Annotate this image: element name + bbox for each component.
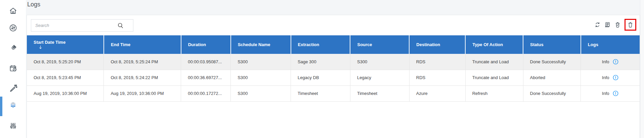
clear-logs-button[interactable]	[614, 21, 621, 28]
column-label: Schedule Name	[238, 42, 270, 47]
page-title: Logs	[27, 1, 40, 8]
info-link[interactable]: Info	[602, 90, 619, 97]
sidebar-item-settings[interactable]	[0, 118, 26, 134]
logs-table: Start Date Time End Time Duration Schedu…	[27, 35, 640, 102]
column-label: Destination	[416, 42, 440, 47]
cell-start-date-time: Aug 19, 2019, 10:36:00 PM	[27, 85, 104, 101]
clear-logs-icon	[614, 21, 621, 28]
cell-destination: Azure	[409, 85, 465, 101]
sort-desc-icon[interactable]	[38, 45, 43, 50]
column-header-logs[interactable]: Logs	[581, 35, 640, 54]
column-label: End Time	[111, 42, 130, 47]
info-label: Info	[602, 75, 609, 80]
search-icon[interactable]	[117, 22, 124, 29]
table-header-row: Start Date Time End Time Duration Schedu…	[27, 35, 640, 54]
info-icon[interactable]	[612, 59, 619, 65]
column-label: Status	[530, 42, 544, 47]
cell-schedule-name: S300	[231, 54, 291, 70]
cell-end-time: Oct 8, 2019, 5:25:24 PM	[104, 54, 181, 70]
cell-status: Aborted	[523, 70, 581, 85]
cell-extraction: Legacy DB	[291, 70, 350, 85]
cell-source: S300	[350, 54, 409, 70]
cell-type-of-action: Refresh	[465, 85, 523, 101]
sidebar-item-data-transfer[interactable]	[0, 20, 26, 36]
column-header-extraction[interactable]: Extraction	[291, 35, 350, 54]
cell-end-time: Oct 8, 2019, 5:24:22 PM	[104, 70, 181, 85]
table-row: Oct 8, 2019, 5:23:45 PM Oct 8, 2019, 5:2…	[27, 70, 640, 85]
log-report-icon	[604, 21, 611, 28]
magnet-icon	[9, 44, 17, 53]
info-label: Info	[602, 59, 609, 64]
column-label: Duration	[188, 42, 206, 47]
refresh-icon	[594, 21, 601, 28]
column-header-duration[interactable]: Duration	[181, 35, 231, 54]
cell-logs: Info	[581, 70, 640, 85]
sidebar-item-logs-active[interactable]	[0, 97, 26, 113]
info-icon[interactable]	[612, 90, 619, 97]
cell-end-time: Aug 19, 2019, 10:36:00 PM	[104, 85, 181, 101]
delete-button[interactable]	[627, 21, 634, 28]
info-label: Info	[602, 91, 609, 96]
cell-schedule-name: S300	[231, 85, 291, 101]
cell-status: Done Successfully	[523, 85, 581, 101]
cell-duration: 00:00:36.69727...	[181, 70, 231, 85]
cell-duration: 00:00:03.95087...	[181, 54, 231, 70]
table-row: Oct 8, 2019, 5:25:20 PM Oct 8, 2019, 5:2…	[27, 54, 640, 70]
column-header-destination[interactable]: Destination	[409, 35, 465, 54]
sidebar-item-wizard[interactable]	[0, 80, 26, 96]
cell-type-of-action: Truncate and Load	[465, 54, 523, 70]
cell-type-of-action: Truncate and Load	[465, 70, 523, 85]
cell-destination: RDS	[409, 70, 465, 85]
cell-logs: Info	[581, 54, 640, 70]
sidebar-item-magnet[interactable]	[0, 40, 26, 56]
column-label: Source	[357, 42, 372, 47]
info-icon[interactable]	[612, 74, 619, 81]
data-transfer-icon	[9, 24, 17, 32]
cell-source: Legacy	[350, 70, 409, 85]
cell-extraction: Sage 300	[291, 54, 350, 70]
logs-panel: Start Date Time End Time Duration Schedu…	[27, 15, 640, 138]
column-label: Type Of Action	[472, 42, 503, 47]
cell-source: Timesheet	[350, 85, 409, 101]
schedule-icon	[9, 64, 17, 73]
settings-sliders-icon	[9, 122, 17, 130]
log-report-button[interactable]	[604, 21, 611, 28]
info-link[interactable]: Info	[602, 74, 619, 81]
delete-icon	[627, 21, 634, 28]
column-label: Start Date Time	[34, 40, 66, 45]
cell-start-date-time: Oct 8, 2019, 5:23:45 PM	[27, 70, 104, 85]
column-header-end-time[interactable]: End Time	[104, 35, 181, 54]
sidebar-item-schedule[interactable]	[0, 60, 26, 76]
cell-extraction: Timesheet	[291, 85, 350, 101]
cell-status: Done Successfully	[523, 54, 581, 70]
cell-start-date-time: Oct 8, 2019, 5:25:20 PM	[27, 54, 104, 70]
column-header-schedule-name[interactable]: Schedule Name	[231, 35, 291, 54]
delete-highlight-box	[625, 19, 636, 31]
logs-toolbar	[594, 19, 636, 31]
column-label: Extraction	[298, 42, 319, 47]
sidebar-item-home[interactable]	[0, 3, 26, 19]
column-header-type-of-action[interactable]: Type Of Action	[465, 35, 523, 54]
cell-logs: Info	[581, 85, 640, 101]
column-label: Logs	[588, 42, 598, 47]
info-link[interactable]: Info	[602, 59, 619, 65]
search-box	[31, 19, 133, 32]
vertical-scrollbar[interactable]	[640, 0, 644, 138]
cell-duration: 00:00:00.17272...	[181, 85, 231, 101]
column-header-start-date-time[interactable]: Start Date Time	[27, 35, 104, 54]
layers-icon	[9, 101, 17, 109]
column-header-status[interactable]: Status	[523, 35, 581, 54]
sidebar	[0, 0, 26, 138]
home-icon	[9, 6, 17, 15]
wizard-icon	[9, 84, 17, 93]
cell-destination: RDS	[409, 54, 465, 70]
column-header-source[interactable]: Source	[350, 35, 409, 54]
refresh-button[interactable]	[594, 21, 601, 28]
cell-schedule-name: S300	[231, 70, 291, 85]
table-row: Aug 19, 2019, 10:36:00 PM Aug 19, 2019, …	[27, 85, 640, 101]
